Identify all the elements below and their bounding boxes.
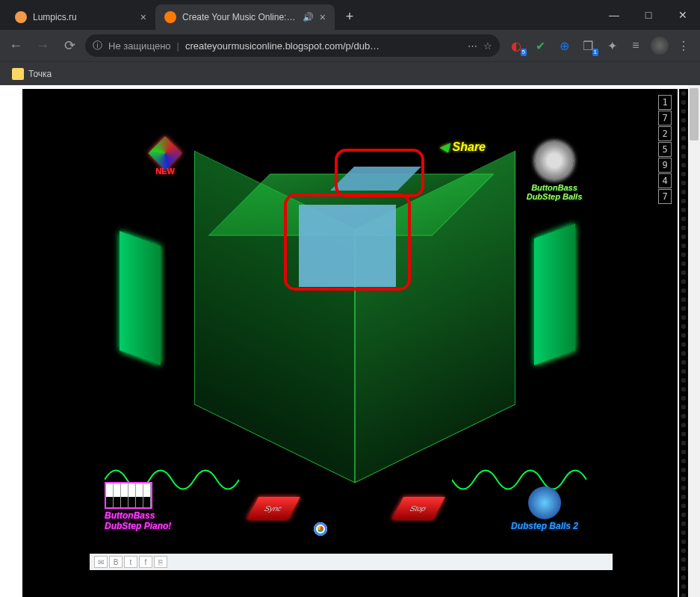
balls2-icon	[528, 486, 561, 519]
badge: 1	[592, 49, 598, 56]
balls-icon	[535, 141, 574, 180]
bookmark-tochka[interactable]: Точка	[7, 66, 56, 81]
share-pinterest-icon[interactable]: ⎘	[154, 556, 167, 568]
music-cube[interactable]	[194, 149, 515, 470]
new-badge[interactable]: NEW	[153, 141, 177, 176]
share-email-icon[interactable]: ✉	[94, 556, 108, 568]
bookmark-star-icon[interactable]: ☆	[483, 40, 492, 52]
link-label: Dubstep Balls 2	[511, 521, 578, 531]
folder-icon	[12, 68, 24, 80]
bookmarks-bar: Точка	[0, 61, 700, 85]
chrome-icon[interactable]	[314, 522, 327, 536]
page-actions-icon[interactable]: ⋯	[468, 40, 477, 52]
buttonbass-dubstep-piano-link[interactable]: ButtonBass DubStep Piano!	[105, 482, 224, 531]
bookmark-label: Точка	[28, 69, 52, 79]
chrome-menu-button[interactable]: ⋮	[675, 37, 693, 55]
dubstep-cube-app[interactable]: NEW Share ButtonBass DubStep Balls	[90, 89, 613, 545]
tab-title: Create Your Music Online: Du	[182, 12, 297, 22]
window-controls: — □ ✕	[597, 0, 700, 30]
back-button[interactable]: ←	[4, 34, 27, 57]
reload-button[interactable]: ⟳	[58, 34, 81, 57]
counter-digit: 9	[658, 158, 672, 173]
counter-digit: 1	[658, 95, 672, 110]
piano-icon	[105, 482, 152, 509]
page-viewport: NEW Share ButtonBass DubStep Balls	[0, 85, 700, 597]
checkmark-extension-icon[interactable]: ✔	[531, 37, 549, 55]
share-facebook-icon[interactable]: f	[139, 556, 152, 568]
counter-digit: 7	[658, 111, 672, 126]
favicon-icon	[15, 11, 27, 23]
link-line2: DubStep Balls	[509, 192, 599, 201]
new-tab-button[interactable]: +	[339, 6, 360, 27]
counter-digit: 4	[658, 173, 672, 188]
close-icon[interactable]: ×	[320, 11, 326, 23]
reading-list-icon[interactable]: ≡	[627, 37, 645, 55]
post-share-toolbar: ✉ B t f ⎘	[90, 554, 613, 570]
favicon-icon	[164, 11, 176, 23]
scrollbar-thumb[interactable]	[690, 88, 699, 140]
site-info-icon[interactable]: ⓘ	[93, 39, 102, 52]
adblock-extension-icon[interactable]: ◐5	[507, 37, 525, 55]
page-scrollbar[interactable]	[688, 85, 700, 597]
extensions-puzzle-icon[interactable]: ✦	[603, 37, 621, 55]
counter-digit: 2	[658, 126, 672, 141]
link-line1: ButtonBass	[509, 183, 599, 192]
new-cube-icon	[148, 136, 182, 170]
blog-page: NEW Share ButtonBass DubStep Balls	[22, 89, 678, 597]
dubstep-balls-2-link[interactable]: Dubstep Balls 2	[489, 486, 601, 531]
tab-lumpics[interactable]: Lumpics.ru ×	[6, 4, 155, 30]
minimize-button[interactable]: —	[597, 0, 631, 30]
active-cell-front[interactable]	[299, 205, 396, 287]
globe-extension-icon[interactable]: ⊕	[555, 37, 573, 55]
audio-icon[interactable]: 🔊	[303, 12, 314, 22]
security-label: Не защищено	[108, 40, 171, 52]
window-titlebar: Lumpics.ru × Create Your Music Online: D…	[0, 0, 700, 30]
link-line1: ButtonBass	[105, 510, 155, 521]
url-text: createyourmusiconline.blogspot.com/p/dub…	[185, 40, 462, 52]
share-twitter-icon[interactable]: t	[124, 556, 137, 568]
stop-button[interactable]: Stop	[391, 497, 445, 519]
close-window-button[interactable]: ✕	[666, 0, 700, 30]
forward-button[interactable]: →	[31, 34, 54, 57]
tab-strip: Lumpics.ru × Create Your Music Online: D…	[0, 0, 597, 30]
close-icon[interactable]: ×	[140, 11, 146, 23]
sync-button[interactable]: Sync	[247, 497, 300, 519]
visualizer-pillar-right	[534, 223, 575, 365]
visitor-counter: 1 7 2 5 9 4 7	[658, 95, 673, 205]
tab-title: Lumpics.ru	[33, 12, 134, 22]
extension-icons: ◐5 ✔ ⊕ ❒1 ✦ ≡ ⋮	[504, 37, 696, 55]
share-blogger-icon[interactable]: B	[109, 556, 123, 568]
link-line2: DubStep Piano!	[105, 521, 171, 531]
visualizer-pillar-left	[120, 231, 161, 365]
counter-digit: 5	[658, 142, 672, 157]
maximize-button[interactable]: □	[631, 0, 666, 30]
buttonbass-dubstep-balls-link[interactable]: ButtonBass DubStep Balls	[509, 141, 599, 201]
cube-extension-icon[interactable]: ❒1	[579, 37, 597, 55]
tab-createyourmusic[interactable]: Create Your Music Online: Du 🔊 ×	[155, 4, 335, 30]
browser-toolbar: ← → ⟳ ⓘ Не защищено | createyourmusiconl…	[0, 30, 700, 61]
profile-avatar[interactable]	[651, 37, 669, 55]
badge: 5	[521, 49, 527, 56]
address-bar[interactable]: ⓘ Не защищено | createyourmusiconline.bl…	[85, 34, 500, 57]
counter-digit: 7	[658, 189, 672, 204]
